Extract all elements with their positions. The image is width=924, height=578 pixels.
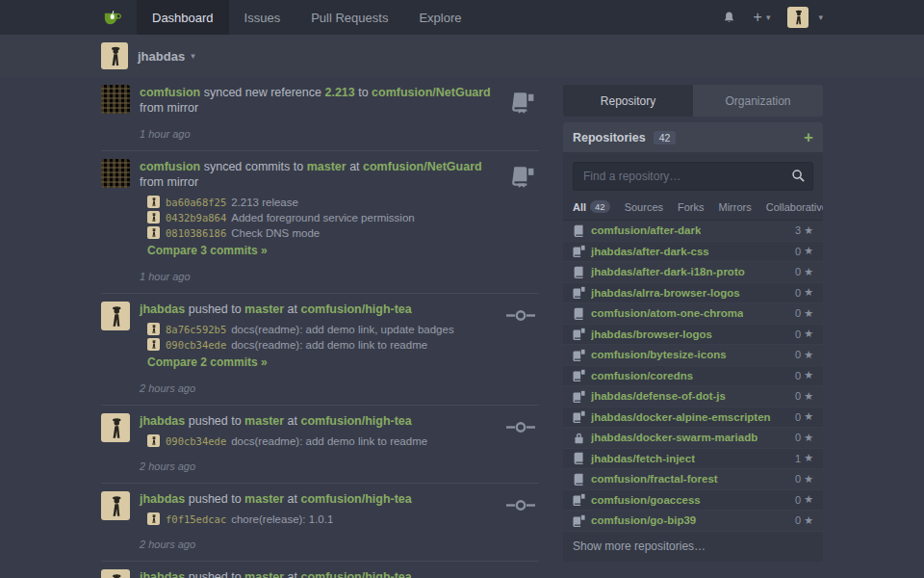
feed-link[interactable]: master (244, 570, 284, 578)
repo-name-link[interactable]: jhabdas/alrra-browser-logos (591, 287, 740, 299)
repo-search-input[interactable] (573, 162, 813, 191)
commit-sha-link[interactable]: 0810386186 (166, 227, 226, 239)
repo-name-link[interactable]: jhabdas/fetch-inject (591, 453, 695, 464)
repo-row[interactable]: jhabdas/after-dark-css0★ (563, 242, 823, 263)
commit-sha-link[interactable]: 090cb34ede (166, 339, 226, 351)
feed-link[interactable]: master (307, 160, 346, 173)
actor-avatar[interactable] (101, 302, 130, 330)
filter-mirrors[interactable]: Mirrors (719, 201, 752, 213)
git-commit-icon (506, 499, 535, 512)
repo-name-link[interactable]: comfusion/goaccess (591, 494, 701, 506)
filter-forks[interactable]: Forks (678, 201, 705, 213)
feed-link[interactable]: master (244, 302, 284, 316)
nav-item-issues[interactable]: Issues (229, 0, 296, 35)
repo-name-link[interactable]: comfusion/go-bip39 (591, 514, 696, 526)
filter-sources[interactable]: Sources (625, 201, 663, 213)
repo-row[interactable]: comfusion/go-bip390★ (563, 511, 823, 532)
repo-row[interactable]: comfusion/coredns0★ (563, 366, 823, 387)
repo-row[interactable]: jhabdas/browser-logos0★ (563, 325, 823, 346)
actor-avatar[interactable] (101, 85, 130, 114)
actor-avatar[interactable] (101, 159, 130, 188)
repo-name-link[interactable]: comfusion/after-dark (591, 224, 701, 236)
star-count-value: 0 (795, 514, 801, 526)
git-commit-icon (506, 421, 535, 434)
repo-row[interactable]: jhabdas/after-dark-i18n-proto0★ (563, 262, 823, 283)
feed-link[interactable]: jhabdas (140, 492, 185, 506)
filter-all[interactable]: All42 (573, 200, 610, 213)
sidebar-tab-repository[interactable]: Repository (563, 85, 693, 117)
feed-link[interactable]: 2.213 (324, 86, 354, 99)
repo-name-link[interactable]: jhabdas/defense-of-dot-js (591, 390, 726, 402)
filter-label: Sources (625, 201, 663, 213)
feed-link[interactable]: comfusion/NetGuard (363, 160, 482, 173)
filter-collaborative[interactable]: Collaborative (766, 201, 823, 213)
repo-name-link[interactable]: comfusion/bytesize-icons (591, 349, 727, 360)
nav-item-pull-requests[interactable]: Pull Requests (295, 0, 403, 35)
show-more-repositories-link[interactable]: Show more repositories… (563, 532, 823, 562)
repo-row[interactable]: comfusion/after-dark3★ (563, 221, 823, 242)
repo-row[interactable]: comfusion/bytesize-icons0★ (563, 345, 823, 366)
compare-commits-link[interactable]: Compare 3 commits » (147, 244, 268, 257)
repo-row[interactable]: jhabdas/docker-alpine-emscripten0★ (563, 407, 823, 429)
repo-name-link[interactable]: comfusion/fractal-forest (591, 473, 718, 485)
feed-link[interactable]: jhabdas (140, 570, 185, 578)
repo-name-link[interactable]: comfusion/atom-one-chroma (591, 307, 743, 319)
actor-avatar[interactable] (101, 413, 130, 442)
commit-sha-link[interactable]: 8a76c592b5 (166, 324, 226, 335)
repo-name-link[interactable]: jhabdas/docker-swarm-mariadb (591, 432, 757, 443)
feed-link[interactable]: master (244, 414, 284, 428)
feed-link[interactable]: comfusion/high-tea (300, 492, 411, 506)
repo-star-count: 0★ (795, 410, 813, 423)
feed-item-title: comfusion synced commits to master at co… (140, 159, 539, 190)
repo-row[interactable]: comfusion/goaccess0★ (563, 490, 823, 512)
repo-row[interactable]: jhabdas/docker-swarm-mariadb0★ (563, 428, 823, 449)
feed-link[interactable]: master (244, 492, 284, 506)
feed-link[interactable]: comfusion (140, 160, 200, 173)
feed-link[interactable]: jhabdas (140, 414, 185, 428)
actor-avatar[interactable] (101, 491, 130, 520)
repo-row[interactable]: jhabdas/fetch-inject1★ (563, 449, 823, 470)
filter-label: All (573, 201, 586, 213)
repo-star-count: 0★ (795, 349, 813, 361)
actor-avatar[interactable] (101, 569, 130, 578)
repo-row[interactable]: jhabdas/defense-of-dot-js0★ (563, 386, 823, 407)
feed-item-timestamp: 1 hour ago (140, 128, 539, 140)
gitea-logo[interactable] (101, 0, 123, 35)
feed-link[interactable]: comfusion/NetGuard (372, 86, 491, 99)
compare-commits-link[interactable]: Compare 2 commits » (147, 355, 268, 369)
repo-name-link[interactable]: jhabdas/after-dark-css (591, 246, 709, 257)
repo-star-count: 0★ (795, 432, 813, 444)
feed-text: at (284, 302, 300, 316)
context-switcher[interactable]: jhabdas (138, 49, 185, 64)
star-icon: ★ (804, 224, 813, 237)
panel-title: Repositories (573, 131, 646, 144)
commit-sha-link[interactable]: f0f15edcac (166, 513, 226, 525)
commit-sha-link[interactable]: 0432b9a864 (166, 212, 226, 223)
repo-name-link[interactable]: jhabdas/docker-alpine-emscripten (591, 411, 771, 423)
star-count-value: 0 (795, 411, 801, 423)
feed-link[interactable]: jhabdas (140, 302, 185, 316)
repo-row[interactable]: comfusion/fractal-forest0★ (563, 469, 823, 490)
feed-item-timestamp: 1 hour ago (140, 271, 539, 282)
feed-link[interactable]: comfusion/high-tea (300, 414, 411, 428)
repo-row[interactable]: comfusion/atom-one-chroma0★ (563, 303, 823, 325)
sidebar-tab-organization[interactable]: Organization (693, 85, 823, 117)
notifications-button[interactable] (722, 11, 736, 25)
feed-link[interactable]: comfusion (140, 86, 200, 99)
avatar-figure-icon (101, 42, 128, 69)
repo-name-link[interactable]: jhabdas/after-dark-i18n-proto (591, 266, 745, 277)
feed-link[interactable]: comfusion/high-tea (300, 302, 411, 316)
repo-name-link[interactable]: jhabdas/browser-logos (591, 328, 712, 340)
fork-icon (573, 328, 585, 340)
commit-sha-link[interactable]: ba60a68f25 (166, 197, 226, 208)
commit-sha-link[interactable]: 090cb34ede (166, 435, 226, 447)
repo-name-link[interactable]: comfusion/coredns (591, 370, 693, 381)
feed-link[interactable]: comfusion/high-tea (300, 570, 411, 578)
create-new-button[interactable]: + ▾ (754, 9, 771, 26)
plus-icon: + (754, 9, 762, 26)
new-repository-button[interactable]: + (804, 129, 813, 145)
user-menu[interactable]: ▾ (787, 7, 823, 28)
repo-row[interactable]: jhabdas/alrra-browser-logos0★ (563, 283, 823, 304)
nav-item-explore[interactable]: Explore (403, 0, 476, 35)
nav-item-dashboard[interactable]: Dashboard (137, 0, 229, 35)
